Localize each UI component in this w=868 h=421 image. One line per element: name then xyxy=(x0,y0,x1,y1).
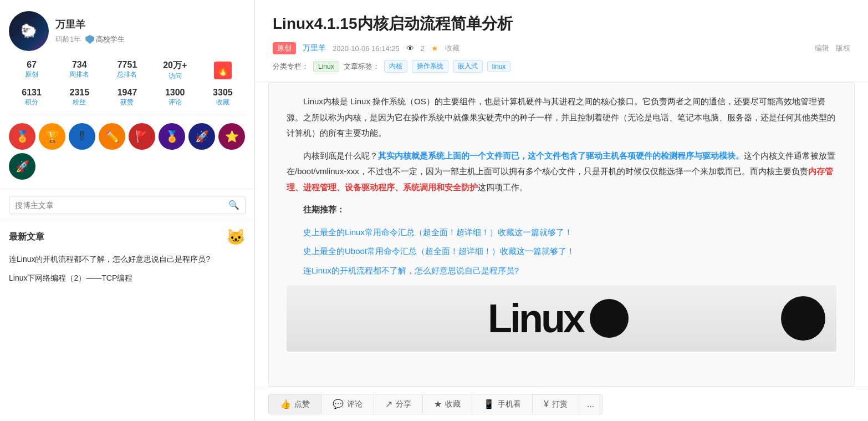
recommend-link-3[interactable]: 连Linux的开机流程都不了解，怎么好意思说自己是程序员? xyxy=(303,263,836,279)
collect-label[interactable]: 收藏 xyxy=(445,43,459,53)
badge-1: 🏅 xyxy=(9,123,35,150)
search-input[interactable] xyxy=(15,201,228,210)
stat-original-label: 原创 xyxy=(9,70,54,79)
avatar[interactable]: 🐑 xyxy=(9,11,49,51)
stat-visits: 20万+ 访问 xyxy=(152,60,198,81)
action-bar: 👍 点赞 💬 评论 ↗ 分享 ★ 收藏 📱 手机看 ¥ 打赏 ... xyxy=(255,387,868,421)
stat-comments-label: 评论 xyxy=(152,98,198,107)
reward-icon: ¥ xyxy=(544,399,549,409)
badge-5: 🚩 xyxy=(129,123,155,150)
more-button[interactable]: ... xyxy=(579,394,603,414)
tags-row: 分类专栏： Linux 文章标签： 内核 操作系统 嵌入式 linux xyxy=(273,60,850,73)
stat-likes: 1947 获赞 xyxy=(104,88,150,107)
stat-likes-value: 1947 xyxy=(104,88,150,98)
tag-linux[interactable]: linux xyxy=(487,61,511,72)
badge-4: ✏️ xyxy=(99,123,125,150)
badges-row: 🏅 🏆 🎖 ✏️ 🚩 🏅 🚀 ⭐ 🚀 xyxy=(9,115,246,180)
stat-collects-value: 3305 xyxy=(200,88,246,98)
badge-9: 🚀 xyxy=(9,153,35,180)
recommend-title: 往期推荐： xyxy=(287,202,836,218)
original-badge: 原创 xyxy=(273,42,296,54)
comment-icon: 💬 xyxy=(333,399,344,409)
level-icon: 🔥 xyxy=(214,62,232,79)
search-section: 🔍 xyxy=(0,189,254,221)
views-icon: 👁 xyxy=(406,44,414,53)
stat-likes-label: 获赞 xyxy=(104,98,150,107)
reward-label: 打赏 xyxy=(552,399,568,409)
star-icon: ★ xyxy=(431,44,438,53)
tag-os[interactable]: 操作系统 xyxy=(412,60,448,73)
stat-level: 🔥 xyxy=(200,60,246,81)
article-link-2[interactable]: Linux下网络编程（2）——TCP编程 xyxy=(9,272,246,284)
recommend-link-1[interactable]: 史上最全的Linux常用命令汇总（超全面！超详细！）收藏这一篇就够了！ xyxy=(303,225,836,241)
article-link-1[interactable]: 连Linux的开机流程都不了解，怎么好意思说自己是程序员? xyxy=(9,253,246,265)
article-para-1: Linux内核是 Linux 操作系统（OS）的主要组件，也是计算机硬件与其进程… xyxy=(287,94,836,141)
sidebar: 🐑 万里羊 码龄1年 高校学生 67 原创 734 周排名 xyxy=(0,0,255,421)
stat-original-value: 67 xyxy=(9,60,54,70)
collect-label-action: 收藏 xyxy=(445,399,461,409)
mobile-icon: 📱 xyxy=(483,399,494,409)
reward-button[interactable]: ¥ 打赏 xyxy=(533,394,579,414)
share-label: 分享 xyxy=(396,399,411,409)
badge-8: ⭐ xyxy=(218,123,245,150)
stat-fans: 2315 粉丝 xyxy=(57,88,102,107)
rights-button[interactable]: 版权 xyxy=(836,43,850,53)
tag-embedded[interactable]: 嵌入式 xyxy=(453,60,483,73)
image-face xyxy=(781,296,825,341)
stat-score-label: 积分 xyxy=(9,98,54,107)
latest-title: 最新文章 xyxy=(9,231,44,243)
category-tag[interactable]: Linux xyxy=(313,61,339,72)
like-label: 点赞 xyxy=(294,399,310,409)
latest-section: 最新文章 🐱 连Linux的开机流程都不了解，怎么好意思说自己是程序员? Lin… xyxy=(0,221,254,421)
search-button[interactable]: 🔍 xyxy=(228,200,239,210)
comment-label: 评论 xyxy=(347,399,362,409)
mobile-label: 手机看 xyxy=(498,399,521,409)
collect-button[interactable]: ★ 收藏 xyxy=(423,394,472,414)
category-label: 分类专栏： xyxy=(273,62,309,72)
stat-week-rank-label: 周排名 xyxy=(57,70,102,79)
stat-score: 6131 积分 xyxy=(9,88,54,107)
stat-fans-value: 2315 xyxy=(57,88,102,98)
profile-top: 🐑 万里羊 码龄1年 高校学生 xyxy=(9,11,246,51)
main-content: Linux4.1.15内核启动流程简单分析 原创 万里羊 2020-10-06 … xyxy=(255,0,868,421)
code-age: 码龄1年 xyxy=(55,34,81,44)
stats-row-2: 6131 积分 2315 粉丝 1947 获赞 1300 评论 3305 收藏 xyxy=(9,88,246,107)
tag-kernel[interactable]: 内核 xyxy=(384,60,407,73)
stat-collects: 3305 收藏 xyxy=(200,88,246,107)
stat-visits-value: 20万+ xyxy=(152,60,198,72)
stat-fans-label: 粉丝 xyxy=(57,98,102,107)
para2-suffix2: 这四项工作。 xyxy=(478,182,528,192)
stat-total-rank-label: 总排名 xyxy=(104,70,150,79)
image-circle xyxy=(590,299,629,338)
stat-comments: 1300 评论 xyxy=(152,88,198,107)
mobile-view-button[interactable]: 📱 手机看 xyxy=(472,394,533,414)
share-icon: ↗ xyxy=(385,399,392,409)
like-icon: 👍 xyxy=(280,399,291,409)
profile-meta: 码龄1年 高校学生 xyxy=(55,34,125,44)
role-badge: 高校学生 xyxy=(85,34,125,44)
article-meta: 原创 万里羊 2020-10-06 16:14:25 👁 2 ★ 收藏 编辑 版… xyxy=(273,42,850,54)
collect-icon: ★ xyxy=(434,399,442,409)
article-body: Linux内核是 Linux 操作系统（OS）的主要组件，也是计算机硬件与其进程… xyxy=(268,82,855,387)
share-button[interactable]: ↗ 分享 xyxy=(374,394,423,414)
stat-total-rank-value: 7751 xyxy=(104,60,150,70)
stat-week-rank-value: 734 xyxy=(57,60,102,70)
like-button[interactable]: 👍 点赞 xyxy=(268,394,321,414)
recommend-links: 史上最全的Linux常用命令汇总（超全面！超详细！）收藏这一篇就够了！ 史上最全… xyxy=(287,225,836,279)
shield-icon xyxy=(85,35,94,44)
article-views: 2 xyxy=(421,44,425,53)
article-header: Linux4.1.15内核启动流程简单分析 原创 万里羊 2020-10-06 … xyxy=(255,0,868,82)
cat-icon: 🐱 xyxy=(226,228,246,246)
recommend-link-2[interactable]: 史上最全的Uboot常用命令汇总（超全面！超详细！）收藏这一篇就够了！ xyxy=(303,244,836,260)
edit-button[interactable]: 编辑 xyxy=(815,43,829,53)
latest-header: 最新文章 🐱 xyxy=(9,228,246,246)
profile-name: 万里羊 xyxy=(55,18,125,31)
author-link[interactable]: 万里羊 xyxy=(303,43,326,53)
badge-6: 🏅 xyxy=(159,123,185,150)
article-title: Linux4.1.15内核启动流程简单分析 xyxy=(273,13,850,34)
stat-visits-label: 访问 xyxy=(152,72,198,81)
search-box: 🔍 xyxy=(9,196,246,214)
comment-button[interactable]: 💬 评论 xyxy=(321,394,374,414)
article-para-2: 内核到底是什么呢？其实内核就是系统上面的一个文件而已，这个文件包含了驱动主机各项… xyxy=(287,148,836,196)
role-label: 高校学生 xyxy=(96,34,125,44)
